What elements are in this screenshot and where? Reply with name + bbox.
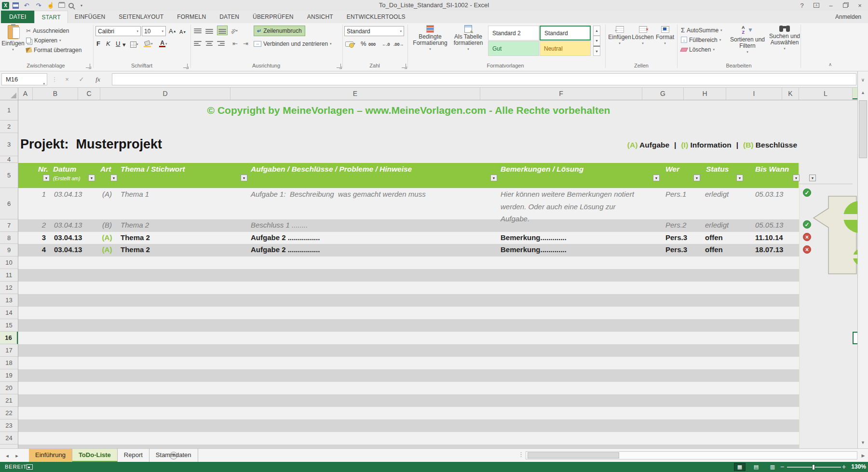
- row-header-2[interactable]: 2: [0, 121, 18, 133]
- filter-dropdown-icon[interactable]: ▼: [43, 175, 50, 181]
- cell-art[interactable]: (B): [96, 221, 118, 229]
- row-header-23[interactable]: 23: [0, 419, 18, 432]
- collapse-ribbon-icon[interactable]: ∧: [828, 62, 832, 67]
- row-header-21[interactable]: 21: [0, 394, 18, 407]
- align-left-button[interactable]: [194, 39, 202, 49]
- zoom-level[interactable]: 130%: [845, 462, 866, 472]
- cell-bemerkung[interactable]: Bemerkung.............: [501, 233, 665, 242]
- column-header-e[interactable]: E: [231, 88, 480, 100]
- dialog-launcher-icon[interactable]: [402, 64, 407, 68]
- align-middle-button[interactable]: [205, 27, 213, 36]
- dialog-launcher-icon[interactable]: [183, 64, 188, 68]
- column-header-selected[interactable]: [853, 88, 857, 99]
- align-top-button[interactable]: [194, 27, 202, 36]
- cell-bis[interactable]: 05.05.13: [755, 221, 801, 229]
- view-page-break-icon[interactable]: ▥: [767, 463, 778, 471]
- font-size-select[interactable]: 10▾: [142, 26, 166, 36]
- cell-nr[interactable]: 2: [37, 221, 51, 229]
- cell-datum[interactable]: 03.04.13: [54, 221, 88, 229]
- filter-dropdown-icon[interactable]: ▼: [736, 175, 743, 181]
- cell-wer[interactable]: Pers.1: [665, 190, 703, 198]
- row-header-16[interactable]: 16: [0, 332, 18, 344]
- cell-art[interactable]: (A): [96, 245, 118, 254]
- row-header-10[interactable]: 10: [0, 256, 18, 269]
- row-header-9[interactable]: 9: [0, 244, 18, 256]
- column-header-l[interactable]: L: [799, 88, 853, 100]
- cell-bis[interactable]: 11.10.14: [755, 233, 801, 242]
- row-header-8[interactable]: 8: [0, 232, 18, 244]
- sheet-tab-report[interactable]: Report: [118, 449, 149, 462]
- paste-button[interactable]: Einfügen ▾: [3, 25, 23, 62]
- cell-art[interactable]: (A): [96, 190, 118, 198]
- zoom-out-icon[interactable]: −: [780, 462, 784, 472]
- underline-button[interactable]: U: [116, 39, 120, 48]
- ribbon-display-options-button[interactable]: ∧: [809, 0, 824, 11]
- percent-style-button[interactable]: %: [361, 39, 366, 48]
- column-header-f[interactable]: F: [480, 88, 642, 100]
- horizontal-scroll-thumb[interactable]: [528, 452, 619, 459]
- cell-thema[interactable]: Thema 2: [121, 245, 231, 254]
- row-header-15[interactable]: 15: [0, 319, 18, 332]
- cell-aufgabe[interactable]: Aufgabe 1: Beschreibung was gemacht werd…: [251, 190, 477, 198]
- format-painter-button[interactable]: Format übertragen: [26, 45, 81, 54]
- grow-font-button[interactable]: A▲: [169, 26, 176, 36]
- cell-style-gut[interactable]: Gut: [488, 41, 539, 56]
- filter-dropdown-icon[interactable]: ▼: [110, 175, 117, 181]
- column-header-b[interactable]: B: [33, 88, 78, 100]
- cell-style-standard[interactable]: Standard: [540, 26, 591, 40]
- restore-button[interactable]: [838, 0, 853, 11]
- vertical-scroll-thumb[interactable]: [859, 100, 867, 158]
- italic-button[interactable]: K: [106, 39, 110, 48]
- font-family-select[interactable]: Calibri▾: [95, 26, 141, 36]
- font-color-button[interactable]: A▾: [159, 39, 167, 49]
- delete-cells-button[interactable]: × Löschen ▾: [632, 26, 654, 45]
- cell-bis[interactable]: 05.03.13: [755, 190, 801, 198]
- row-header-5[interactable]: 5: [0, 163, 18, 188]
- row-header-18[interactable]: 18: [0, 357, 18, 369]
- cell-thema[interactable]: Thema 2: [121, 221, 231, 229]
- dialog-launcher-icon[interactable]: [86, 64, 91, 68]
- filter-dropdown-icon[interactable]: ▼: [793, 175, 800, 181]
- row-header-20[interactable]: 20: [0, 382, 18, 394]
- cell-style-neutral[interactable]: Neutral: [540, 41, 591, 56]
- scroll-right-icon[interactable]: ▶: [859, 452, 867, 459]
- row-header-11[interactable]: 11: [0, 269, 18, 282]
- column-header-g[interactable]: G: [642, 88, 684, 100]
- filter-dropdown-icon[interactable]: ▼: [653, 175, 660, 181]
- selected-cell-fragment[interactable]: [853, 332, 857, 344]
- row-header-24[interactable]: 24: [0, 432, 18, 445]
- comma-style-button[interactable]: 000: [368, 40, 376, 49]
- column-header-h[interactable]: H: [684, 88, 726, 100]
- ribbon-tab--berpr-fen[interactable]: ÜBERPRÜFEN: [246, 11, 300, 23]
- borders-button[interactable]: ▾: [130, 40, 138, 49]
- cell-aufgabe[interactable]: Aufgabe 2 ................: [251, 245, 477, 254]
- cell-thema[interactable]: Thema 2: [121, 233, 231, 242]
- add-sheet-button[interactable]: +: [170, 452, 177, 459]
- cell-style-standard-2[interactable]: Standard 2: [488, 26, 539, 40]
- conditional-formatting-button[interactable]: Bedingte Formatierung ▾: [411, 25, 449, 51]
- cell-status[interactable]: erledigt: [705, 190, 746, 198]
- filter-dropdown-icon[interactable]: ▼: [490, 175, 497, 181]
- cell-datum[interactable]: 03.04.13: [54, 233, 88, 242]
- ribbon-tab-formeln[interactable]: FORMELN: [170, 11, 213, 23]
- column-header-a[interactable]: A: [18, 88, 33, 100]
- format-cells-button[interactable]: Format ▾: [654, 26, 676, 45]
- scroll-up-icon[interactable]: ▲: [858, 88, 868, 97]
- scroll-down-icon[interactable]: ▼: [858, 438, 868, 447]
- sort-filter-button[interactable]: AZ▼ Sortieren und Filtern ▾: [729, 25, 766, 54]
- ribbon-tab-datei[interactable]: DATEI: [1, 11, 34, 23]
- ribbon-tab-daten[interactable]: DATEN: [213, 11, 246, 23]
- align-center-button[interactable]: [205, 39, 213, 49]
- merge-center-button[interactable]: ↔Verbinden und zentrieren▾: [254, 39, 332, 48]
- ribbon-tab-ansicht[interactable]: ANSICHT: [300, 11, 340, 23]
- number-format-select[interactable]: Standard▾: [344, 26, 404, 36]
- filter-dropdown-icon[interactable]: ▼: [809, 175, 816, 181]
- row-header-14[interactable]: 14: [0, 307, 18, 319]
- row-header-17[interactable]: 17: [0, 344, 18, 357]
- increase-decimal-button[interactable]: ←.0: [382, 40, 390, 49]
- cell-status[interactable]: offen: [705, 233, 746, 242]
- sign-in-link[interactable]: Anmelden: [835, 11, 861, 23]
- ribbon-tab-einf-gen[interactable]: EINFÜGEN: [68, 11, 112, 23]
- dialog-launcher-icon[interactable]: [337, 64, 341, 68]
- accounting-format-button[interactable]: ▾: [345, 39, 355, 49]
